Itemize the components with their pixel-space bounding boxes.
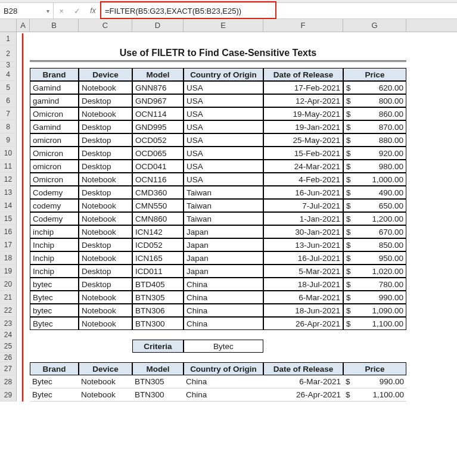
col-header-A[interactable]: A [17,19,30,32]
cell-country[interactable]: Japan [184,251,263,265]
cell-country[interactable]: USA [184,81,263,94]
row-header[interactable]: 8 [0,120,17,133]
cell-country[interactable]: Japan [184,225,263,238]
cell-brand[interactable]: omicron [30,160,79,173]
cell-country[interactable]: China [184,375,263,388]
col-header-G[interactable]: G [343,19,406,32]
cell-device[interactable]: Desktop [79,160,132,173]
cell-device[interactable]: Notebook [79,107,132,120]
cell-date[interactable]: 6-Mar-2021 [263,291,343,304]
cell-country[interactable]: China [184,291,263,304]
cell-price[interactable]: $870.00 [343,120,406,133]
cell-price[interactable]: $950.00 [343,251,406,265]
cell-price[interactable]: $980.00 [343,160,406,173]
cell-model[interactable]: OCN116 [132,173,184,186]
cell-country[interactable]: Taiwan [184,212,263,225]
cell-model[interactable]: BTN305 [132,375,184,388]
cell-model[interactable]: BTN306 [132,304,184,317]
cell-date[interactable]: 30-Jan-2021 [263,225,343,238]
cell-model[interactable]: CMN860 [132,212,184,225]
cell-country[interactable]: USA [184,160,263,173]
cell-device[interactable]: Notebook [79,251,132,265]
cell-device[interactable]: Desktop [79,120,132,133]
cell-date[interactable]: 12-Apr-2021 [263,94,343,107]
cell-model[interactable]: GNN876 [132,81,184,94]
row-header[interactable]: 6 [0,94,17,107]
cell-date[interactable]: 18-Jun-2021 [263,304,343,317]
cell-brand[interactable]: Omicron [30,147,79,160]
col-header-E[interactable]: E [184,19,263,32]
cell-date[interactable]: 25-May-2021 [263,133,343,147]
cell-date[interactable]: 15-Feb-2021 [263,147,343,160]
cell-model[interactable]: ICN142 [132,225,184,238]
cell-date[interactable]: 19-May-2021 [263,107,343,120]
cell-date[interactable]: 24-Mar-2021 [263,160,343,173]
cell-date[interactable]: 7-Jul-2021 [263,199,343,212]
col-header-F[interactable]: F [263,19,343,32]
cell-date[interactable]: 18-Jul-2021 [263,278,343,291]
cell-price[interactable]: $620.00 [343,81,406,94]
cell-date[interactable]: 16-Jun-2021 [263,186,343,199]
row-header[interactable]: 29 [0,388,17,402]
cell-model[interactable]: CMN550 [132,199,184,212]
cell-device[interactable]: Notebook [79,291,132,304]
criteria-value[interactable]: Bytec [184,340,263,353]
cell-model[interactable]: BTN300 [132,388,184,402]
cell-model[interactable]: OCN114 [132,107,184,120]
cell-device[interactable]: Desktop [79,265,132,278]
cell-country[interactable]: Taiwan [184,186,263,199]
row-header[interactable]: 15 [0,212,17,225]
cell-country[interactable]: China [184,304,263,317]
cell-brand[interactable]: bytec [30,304,79,317]
cell-country[interactable]: USA [184,173,263,186]
cell-brand[interactable]: omicron [30,133,79,147]
cell-price[interactable]: $780.00 [343,278,406,291]
cell-price[interactable]: $880.00 [343,133,406,147]
cell-brand[interactable]: Gamind [30,81,79,94]
cell-date[interactable]: 1-Jan-2021 [263,212,343,225]
cell-model[interactable]: BTN305 [132,291,184,304]
row-header[interactable]: 7 [0,107,17,120]
row-header[interactable]: 12 [0,173,17,186]
col-header-D[interactable]: D [132,19,184,32]
cell-device[interactable]: Notebook [79,173,132,186]
cell-brand[interactable]: Inchip [30,238,79,251]
cell-device[interactable]: Desktop [79,186,132,199]
cell-device[interactable]: Notebook [79,81,132,94]
cell-device[interactable]: Notebook [79,199,132,212]
spreadsheet-grid[interactable]: 1 2 Use of FILETR to Find Case-Sensitive… [0,32,457,402]
row-header[interactable]: 19 [0,265,17,278]
cell-model[interactable]: ICN165 [132,251,184,265]
cell-price[interactable]: $1,000.00 [343,173,406,186]
cell-device[interactable]: Desktop [79,133,132,147]
cell-price[interactable]: $850.00 [343,238,406,251]
cell-country[interactable]: China [184,388,263,402]
fx-icon[interactable]: fx [85,7,101,15]
row-header[interactable]: 10 [0,147,17,160]
cell-price[interactable]: $670.00 [343,225,406,238]
cell-price[interactable]: $1,100.00 [343,388,406,402]
cell-brand[interactable]: Codemy [30,212,79,225]
cell-date[interactable]: 5-Mar-2021 [263,265,343,278]
cell-device[interactable]: Notebook [79,317,132,330]
cell-price[interactable]: $650.00 [343,199,406,212]
cell-price[interactable]: $1,020.00 [343,265,406,278]
cell-device[interactable]: Notebook [79,304,132,317]
cell-price[interactable]: $490.00 [343,186,406,199]
cell-price[interactable]: $990.00 [343,291,406,304]
cell-brand[interactable]: Bytec [30,388,79,402]
cell-model[interactable]: GND995 [132,120,184,133]
cell-brand[interactable]: bytec [30,278,79,291]
name-box[interactable]: B28 ▾ [0,3,54,18]
cell-brand[interactable]: Codemy [30,186,79,199]
cell-price[interactable]: $1,100.00 [343,317,406,330]
row-header[interactable]: 14 [0,199,17,212]
row-header[interactable]: 23 [0,317,17,330]
cell-country[interactable]: China [184,317,263,330]
row-header[interactable]: 2 [0,45,17,62]
cell-date[interactable]: 16-Jul-2021 [263,251,343,265]
row-header[interactable]: 24 [0,330,17,340]
cell-country[interactable]: Japan [184,265,263,278]
cell-brand[interactable]: codemy [30,199,79,212]
cell-country[interactable]: USA [184,107,263,120]
